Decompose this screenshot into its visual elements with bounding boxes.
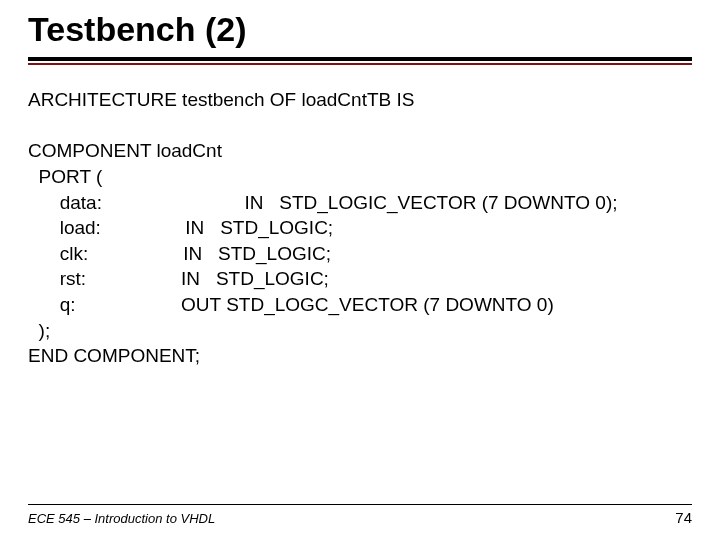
port-rst: rst: IN STD_LOGIC; — [28, 268, 329, 289]
footer-row: ECE 545 – Introduction to VHDL 74 — [28, 509, 692, 526]
page-title: Testbench (2) — [28, 10, 692, 49]
port-close: ); — [28, 320, 50, 341]
port-data: data: IN STD_LOGIC_VECTOR (7 DOWNTO 0); — [28, 192, 617, 213]
title-rule-thick — [28, 57, 692, 61]
footer-course: ECE 545 – Introduction to VHDL — [28, 511, 215, 526]
footer-rule — [28, 504, 692, 505]
slide: Testbench (2) ARCHITECTURE testbench OF … — [0, 0, 720, 540]
port-load: load: IN STD_LOGIC; — [28, 217, 333, 238]
end-component: END COMPONENT; — [28, 345, 200, 366]
port-clk: clk: IN STD_LOGIC; — [28, 243, 331, 264]
port-open: PORT ( — [28, 166, 102, 187]
code-block: ARCHITECTURE testbench OF loadCntTB IS C… — [28, 87, 692, 369]
footer: ECE 545 – Introduction to VHDL 74 — [28, 504, 692, 526]
arch-line: ARCHITECTURE testbench OF loadCntTB IS — [28, 89, 414, 110]
component-line: COMPONENT loadCnt — [28, 140, 222, 161]
title-rule-thin — [28, 63, 692, 65]
page-number: 74 — [675, 509, 692, 526]
port-q: q: OUT STD_LOGC_VECTOR (7 DOWNTO 0) — [28, 294, 554, 315]
